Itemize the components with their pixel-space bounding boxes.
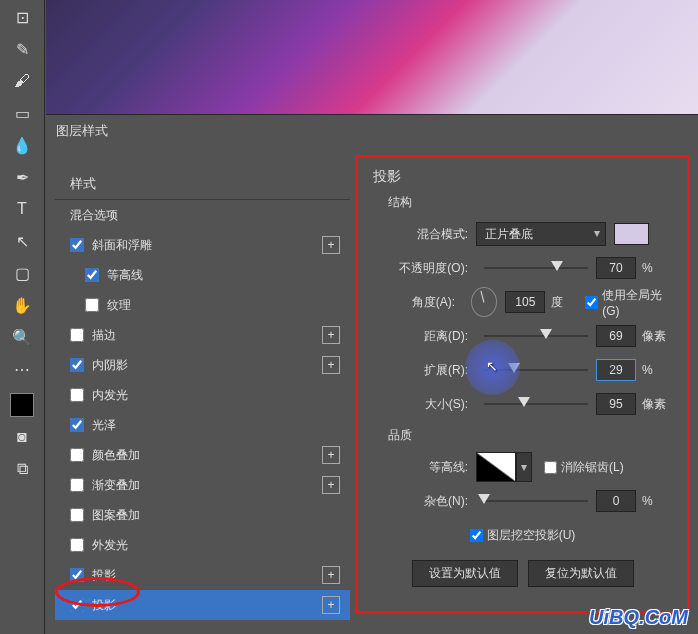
opacity-slider[interactable] [484,267,588,269]
foreground-swatch[interactable] [10,393,34,417]
make-default-button[interactable]: 设置为默认值 [412,560,518,587]
hand-icon[interactable]: ✋ [6,293,38,317]
style-item-inner-shadow[interactable]: 内阴影 + [55,350,350,380]
noise-input[interactable] [596,490,636,512]
crop-icon[interactable]: ⊡ [6,5,38,29]
style-checkbox[interactable] [70,358,84,372]
knockout-checkbox[interactable] [470,529,483,542]
size-unit: 像素 [642,396,672,413]
rectangle-icon[interactable]: ▭ [6,101,38,125]
size-slider[interactable] [484,403,588,405]
style-label: 内阴影 [92,357,128,374]
style-item-inner-glow[interactable]: 内发光 [55,380,350,410]
screen-mode-icon[interactable]: ⧉ [6,457,38,481]
contour-dropdown[interactable]: ▾ [516,452,532,482]
style-item-color-overlay[interactable]: 颜色叠加 + [55,440,350,470]
reset-default-button[interactable]: 复位为默认值 [528,560,634,587]
zoom-icon[interactable]: 🔍 [6,325,38,349]
add-effect-button[interactable]: + [322,326,340,344]
distance-input[interactable] [596,325,636,347]
opacity-input[interactable] [596,257,636,279]
style-item-drop-shadow-2[interactable]: 投影 + [55,590,350,620]
add-effect-button[interactable]: + [322,476,340,494]
size-label: 大小(S): [373,396,468,413]
add-effect-button[interactable]: + [322,446,340,464]
spread-unit: % [642,363,672,377]
style-label: 外发光 [92,537,128,554]
structure-heading: 结构 [388,194,672,211]
pen-icon[interactable]: ✒ [6,165,38,189]
style-item-texture[interactable]: 纹理 [55,290,350,320]
add-effect-button[interactable]: + [322,236,340,254]
style-checkbox[interactable] [70,238,84,252]
style-label: 光泽 [92,417,116,434]
style-item-outer-glow[interactable]: 外发光 [55,530,350,560]
shape-icon[interactable]: ▢ [6,261,38,285]
style-label: 投影 [92,597,116,614]
antialias-label: 消除锯齿(L) [561,459,624,476]
style-checkbox[interactable] [70,508,84,522]
angle-dial[interactable] [471,287,497,317]
spread-slider[interactable] [484,369,588,371]
distance-label: 距离(D): [373,328,468,345]
style-checkbox[interactable] [70,328,84,342]
noise-slider[interactable] [484,500,588,502]
style-item-drop-shadow[interactable]: 投影 + [55,560,350,590]
style-checkbox[interactable] [85,298,99,312]
shadow-color-swatch[interactable] [614,223,649,245]
global-light-label: 使用全局光 (G) [602,287,672,318]
style-item-gradient-overlay[interactable]: 渐变叠加 + [55,470,350,500]
angle-unit: 度 [551,294,577,311]
style-item-contour[interactable]: 等高线 [55,260,350,290]
style-checkbox[interactable] [70,418,84,432]
opacity-unit: % [642,261,672,275]
add-effect-button[interactable]: + [322,596,340,614]
text-icon[interactable]: T [6,197,38,221]
add-effect-button[interactable]: + [322,356,340,374]
style-item-bevel[interactable]: 斜面和浮雕 + [55,230,350,260]
knockout-label: 图层挖空投影(U) [487,527,576,544]
style-checkbox[interactable] [70,538,84,552]
style-label: 渐变叠加 [92,477,140,494]
blend-options-label: 混合选项 [70,207,118,224]
eyedropper-icon[interactable]: ✎ [6,37,38,61]
global-light-checkbox[interactable] [585,296,598,309]
size-input[interactable] [596,393,636,415]
ellipsis-icon[interactable]: ⋯ [6,357,38,381]
style-checkbox[interactable] [70,568,84,582]
style-label: 纹理 [107,297,131,314]
style-checkbox[interactable] [70,388,84,402]
tool-palette: ⊡ ✎ 🖌 ▭ 💧 ✒ T ↖ ▢ ✋ 🔍 ⋯ ◙ ⧉ [0,0,45,634]
path-icon[interactable]: ↖ [6,229,38,253]
panel-title: 投影 [373,168,672,186]
watermark: UiBQ.CoM [589,606,688,629]
style-label: 斜面和浮雕 [92,237,152,254]
style-checkbox[interactable] [70,448,84,462]
add-effect-button[interactable]: + [322,566,340,584]
blur-icon[interactable]: 💧 [6,133,38,157]
contour-picker[interactable] [476,452,516,482]
blend-options-row[interactable]: 混合选项 [55,200,350,230]
styles-list-panel: 样式 混合选项 斜面和浮雕 + 等高线 纹理 描边 + 内阴影 + 内发光 光泽… [55,165,350,610]
antialias-checkbox[interactable] [544,461,557,474]
angle-label: 角度(A): [373,294,455,311]
style-item-satin[interactable]: 光泽 [55,410,350,440]
style-item-pattern-overlay[interactable]: 图案叠加 [55,500,350,530]
brush-icon[interactable]: 🖌 [6,69,38,93]
style-item-stroke[interactable]: 描边 + [55,320,350,350]
drop-shadow-settings: 投影 结构 混合模式: 正片叠底 不透明度(O): % 角度(A): 度 使用全… [355,155,690,614]
noise-unit: % [642,494,672,508]
distance-slider[interactable] [484,335,588,337]
style-checkbox[interactable] [85,268,99,282]
style-label: 等高线 [107,267,143,284]
spread-input[interactable] [596,359,636,381]
angle-input[interactable] [505,291,545,313]
style-checkbox[interactable] [70,598,84,612]
distance-unit: 像素 [642,328,672,345]
style-label: 描边 [92,327,116,344]
style-checkbox[interactable] [70,478,84,492]
quickmask-icon[interactable]: ◙ [6,425,38,449]
style-label: 颜色叠加 [92,447,140,464]
style-label: 内发光 [92,387,128,404]
blend-mode-select[interactable]: 正片叠底 [476,222,606,246]
